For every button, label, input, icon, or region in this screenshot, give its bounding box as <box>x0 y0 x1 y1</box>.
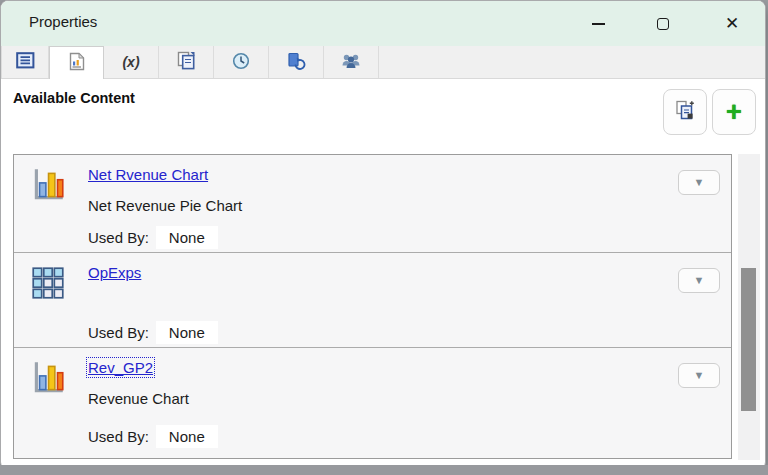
content-item-description <box>88 295 731 313</box>
maximize-button[interactable] <box>640 1 686 46</box>
used-by-label: Used By: <box>88 229 149 246</box>
tab-copy-content[interactable] <box>159 46 214 78</box>
item-actions-dropdown[interactable]: ▼ <box>678 170 720 195</box>
minimize-icon <box>592 23 605 25</box>
tab-list-view[interactable] <box>1 46 49 78</box>
tab-functions[interactable]: (x) <box>104 46 159 78</box>
list-item-net-revenue-chart: Net Rvenue Chart Net Revenue Pie Chart U… <box>14 155 731 253</box>
close-icon: ✕ <box>725 15 739 32</box>
tab-strip: (x) <box>1 46 766 79</box>
item-actions-dropdown[interactable]: ▼ <box>678 268 720 293</box>
list-item-opexps: OpExps Used By: None ▼ <box>14 253 731 348</box>
bar-chart-icon <box>29 166 67 204</box>
function-x-icon: (x) <box>122 54 139 70</box>
titlebar[interactable]: Properties ✕ <box>1 1 765 46</box>
used-by-field: Used By: None <box>88 321 218 344</box>
content-item-description: Revenue Chart <box>88 390 731 408</box>
list-item-rev-gp2: Rev_GP2 Revenue Chart Used By: None ▼ <box>14 348 731 457</box>
tab-users[interactable] <box>324 46 379 78</box>
paste-content-button[interactable] <box>663 89 707 135</box>
close-button[interactable]: ✕ <box>709 1 755 46</box>
minimize-button[interactable] <box>575 1 621 46</box>
used-by-label: Used By: <box>88 324 149 341</box>
chevron-down-icon: ▼ <box>694 177 705 188</box>
available-content-list: Net Rvenue Chart Net Revenue Pie Chart U… <box>13 154 732 459</box>
users-icon <box>341 53 361 72</box>
used-by-field: Used By: None <box>88 425 218 448</box>
chevron-down-icon: ▼ <box>694 370 705 381</box>
copy-icon <box>177 51 195 73</box>
add-plus-icon: + <box>726 99 742 126</box>
chevron-down-icon: ▼ <box>694 275 705 286</box>
used-by-label: Used By: <box>88 428 149 445</box>
paste-content-icon <box>675 100 695 124</box>
tab-available-content[interactable] <box>49 46 104 79</box>
list-icon <box>16 52 35 72</box>
properties-dialog: Properties ✕ <box>0 0 766 470</box>
used-by-value: None <box>156 425 218 448</box>
add-content-button[interactable]: + <box>712 89 756 135</box>
content-item-link[interactable]: Net Rvenue Chart <box>88 166 208 183</box>
content-item-description: Net Revenue Pie Chart <box>88 197 731 215</box>
clock-icon <box>232 52 250 73</box>
vertical-scrollbar[interactable] <box>738 154 760 460</box>
page-title: Available Content <box>13 90 135 106</box>
tab-refresh-links[interactable] <box>269 46 324 78</box>
maximize-icon <box>657 18 669 30</box>
bar-chart-icon <box>29 359 67 397</box>
used-by-field: Used By: None <box>88 226 218 249</box>
used-by-value: None <box>156 226 218 249</box>
background-window-strip <box>0 465 768 475</box>
used-by-value: None <box>156 321 218 344</box>
content-item-link[interactable]: Rev_GP2 <box>88 359 153 376</box>
window-title: Properties <box>29 13 97 30</box>
tab-history[interactable] <box>214 46 269 78</box>
scrollbar-thumb[interactable] <box>741 268 756 411</box>
grid-icon <box>29 264 67 302</box>
sync-document-icon <box>287 52 306 73</box>
content-item-link[interactable]: OpExps <box>88 264 141 281</box>
document-chart-icon <box>69 52 85 74</box>
item-actions-dropdown[interactable]: ▼ <box>678 363 720 388</box>
